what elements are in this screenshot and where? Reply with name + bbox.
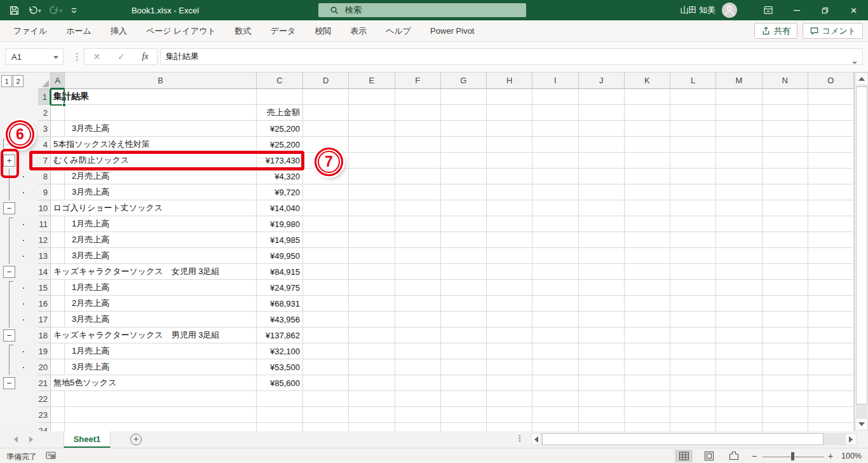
cell-I20[interactable] — [532, 359, 578, 375]
cell-O7[interactable] — [808, 153, 854, 169]
collapse-group-button-row-14[interactable]: − — [3, 266, 15, 278]
vertical-scrollbar[interactable] — [854, 73, 868, 431]
cell-A9[interactable] — [51, 184, 65, 200]
cell-L20[interactable] — [670, 359, 716, 375]
cell-O3[interactable] — [808, 121, 854, 137]
cell-A10[interactable]: ロゴ入りショート丈ソックス — [51, 200, 65, 216]
cell-D19[interactable] — [303, 343, 349, 359]
cell-H20[interactable] — [487, 359, 532, 375]
column-header-M[interactable]: M — [716, 73, 762, 89]
cell-H4[interactable] — [487, 137, 532, 153]
ribbon-tab-6[interactable]: データ — [261, 20, 306, 42]
cell-J9[interactable] — [579, 184, 625, 200]
cell-K1[interactable] — [625, 89, 670, 105]
column-header-H[interactable]: H — [487, 73, 532, 89]
cell-M15[interactable] — [716, 280, 762, 296]
cell-J8[interactable] — [579, 169, 625, 184]
cell-N3[interactable] — [763, 121, 808, 137]
cell-H1[interactable] — [487, 89, 532, 105]
cell-M12[interactable] — [716, 232, 762, 248]
cell-M2[interactable] — [716, 105, 762, 121]
cell-E4[interactable] — [349, 137, 395, 153]
cell-G13[interactable] — [441, 248, 487, 264]
ribbon-tab-9[interactable]: ヘルプ — [376, 20, 421, 42]
cell-K21[interactable] — [625, 375, 670, 391]
row-header-14[interactable]: 14 — [38, 264, 51, 280]
horizontal-scrollbar[interactable] — [531, 433, 857, 445]
cell-G12[interactable] — [441, 232, 487, 248]
cell-E7[interactable] — [349, 153, 395, 169]
cell-H2[interactable] — [487, 105, 532, 121]
cell-K17[interactable] — [625, 312, 670, 328]
cell-L12[interactable] — [670, 232, 716, 248]
scroll-left-button[interactable] — [531, 433, 541, 445]
column-header-B[interactable]: B — [65, 73, 257, 89]
cell-J14[interactable] — [579, 264, 625, 280]
cell-B20[interactable]: 3月売上高 — [65, 359, 257, 375]
cell-I16[interactable] — [532, 296, 578, 312]
cell-F21[interactable] — [395, 375, 441, 391]
column-header-K[interactable]: K — [625, 73, 670, 89]
cell-D16[interactable] — [303, 296, 349, 312]
cell-F22[interactable] — [395, 391, 441, 407]
undo-button[interactable]: ▾ — [25, 4, 44, 17]
cell-F11[interactable] — [395, 216, 441, 232]
cell-L23[interactable] — [670, 407, 716, 423]
cell-C18[interactable]: ¥137,862 — [257, 328, 303, 343]
next-sheet-button[interactable] — [29, 436, 33, 443]
cell-H7[interactable] — [487, 153, 532, 169]
cell-B19[interactable]: 1月売上高 — [65, 343, 257, 359]
cell-H24[interactable] — [487, 423, 532, 431]
cell-F20[interactable] — [395, 359, 441, 375]
cell-D14[interactable] — [303, 264, 349, 280]
row-header-11[interactable]: 11 — [38, 216, 51, 232]
cell-B22[interactable] — [65, 391, 257, 407]
cell-M16[interactable] — [716, 296, 762, 312]
cell-E1[interactable] — [349, 89, 395, 105]
cell-I7[interactable] — [532, 153, 578, 169]
cell-F3[interactable] — [395, 121, 441, 137]
collapse-group-button-row-21[interactable]: − — [3, 377, 15, 389]
cell-H19[interactable] — [487, 343, 532, 359]
row-header-24[interactable]: 24 — [38, 423, 51, 431]
cell-O21[interactable] — [808, 375, 854, 391]
cell-M23[interactable] — [716, 407, 762, 423]
minimize-button[interactable] — [782, 0, 811, 20]
cell-F12[interactable] — [395, 232, 441, 248]
cell-F2[interactable] — [395, 105, 441, 121]
cell-L21[interactable] — [670, 375, 716, 391]
cell-E20[interactable] — [349, 359, 395, 375]
cell-J12[interactable] — [579, 232, 625, 248]
cell-B23[interactable] — [65, 407, 257, 423]
cell-L22[interactable] — [670, 391, 716, 407]
cell-M14[interactable] — [716, 264, 762, 280]
cell-G21[interactable] — [441, 375, 487, 391]
cell-H9[interactable] — [487, 184, 532, 200]
cell-L10[interactable] — [670, 200, 716, 216]
cell-O20[interactable] — [808, 359, 854, 375]
cell-H16[interactable] — [487, 296, 532, 312]
cell-N19[interactable] — [763, 343, 808, 359]
cell-A21[interactable]: 無地5色ソックス — [51, 375, 65, 391]
cell-N2[interactable] — [763, 105, 808, 121]
cell-M7[interactable] — [716, 153, 762, 169]
cell-A24[interactable] — [51, 423, 65, 431]
cell-N18[interactable] — [763, 328, 808, 343]
name-box[interactable]: A1 — [5, 48, 64, 65]
cell-I1[interactable] — [532, 89, 578, 105]
column-header-L[interactable]: L — [670, 73, 716, 89]
cell-H17[interactable] — [487, 312, 532, 328]
cell-E10[interactable] — [349, 200, 395, 216]
cell-E2[interactable] — [349, 105, 395, 121]
cell-D12[interactable] — [303, 232, 349, 248]
cell-L15[interactable] — [670, 280, 716, 296]
zoom-level[interactable]: 100% — [841, 452, 862, 460]
cell-A16[interactable] — [51, 296, 65, 312]
cell-A15[interactable] — [51, 280, 65, 296]
cell-F15[interactable] — [395, 280, 441, 296]
cell-M4[interactable] — [716, 137, 762, 153]
cell-M13[interactable] — [716, 248, 762, 264]
cell-K24[interactable] — [625, 423, 670, 431]
zoom-slider-thumb[interactable] — [791, 452, 794, 460]
ribbon-tab-3[interactable]: 挿入 — [101, 20, 137, 42]
